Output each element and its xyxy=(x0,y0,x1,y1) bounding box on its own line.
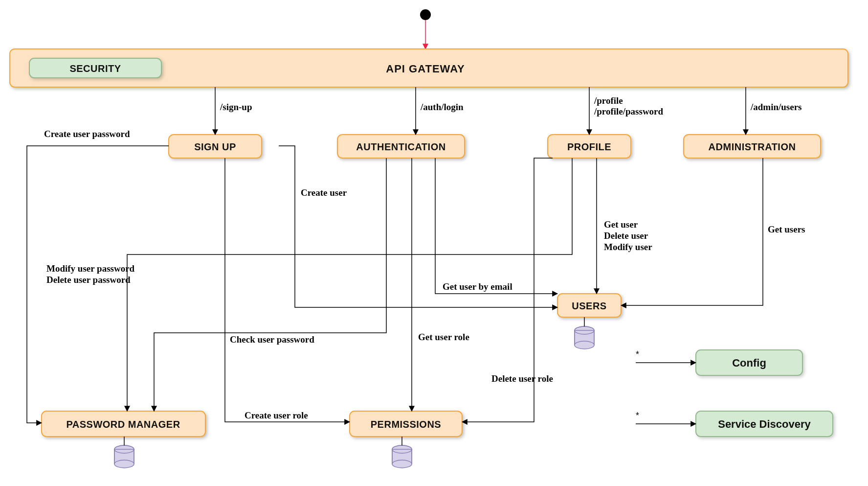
auth-get-user-by-email-arrow xyxy=(435,158,557,294)
signup-create-user-arrow xyxy=(279,146,557,307)
get-user-role-label: Get user role xyxy=(418,332,469,342)
auth-check-password-arrow xyxy=(154,158,386,411)
create-user-password-label: Create user password xyxy=(44,129,130,139)
to-service-discovery-star: * xyxy=(636,411,639,420)
gateway-to-admin-label: /admin/users xyxy=(750,102,802,112)
architecture-diagram: API GATEWAY SECURITY SIGN UP AUTHENTICAT… xyxy=(0,0,868,486)
svg-point-21 xyxy=(114,460,134,468)
start-node-icon xyxy=(420,9,431,20)
api-gateway-node: API GATEWAY SECURITY xyxy=(10,49,848,87)
sign-up-node: SIGN UP xyxy=(169,135,262,158)
users-label: USERS xyxy=(572,301,606,311)
svg-point-15 xyxy=(575,341,594,349)
gateway-to-profile-label1: /profile xyxy=(594,95,623,106)
gateway-to-profile-label2: /profile/password xyxy=(594,106,664,116)
users-db-icon xyxy=(575,326,594,349)
get-user-by-email-label: Get user by email xyxy=(443,281,512,292)
get-user-label: Get user xyxy=(604,219,638,230)
authentication-label: AUTHENTICATION xyxy=(356,141,445,152)
config-label: Config xyxy=(732,357,766,369)
password-manager-label: PASSWORD MANAGER xyxy=(66,419,180,430)
administration-node: ADMINISTRATION xyxy=(684,135,821,158)
administration-label: ADMINISTRATION xyxy=(709,141,796,152)
delete-user-role-label: Delete user role xyxy=(491,373,553,384)
sign-up-label: SIGN UP xyxy=(194,141,236,152)
gateway-to-auth-label: /auth/login xyxy=(420,102,464,112)
profile-node: PROFILE xyxy=(548,135,631,158)
security-label: SECURITY xyxy=(69,63,121,74)
permissions-node: PERMISSIONS xyxy=(350,411,462,437)
profile-label: PROFILE xyxy=(567,141,611,152)
permissions-label: PERMISSIONS xyxy=(371,419,441,430)
authentication-node: AUTHENTICATION xyxy=(337,135,465,158)
create-user-label: Create user xyxy=(301,187,347,198)
check-user-password-label: Check user password xyxy=(230,334,314,345)
service-discovery-node: Service Discovery xyxy=(696,411,833,437)
service-discovery-label: Service Discovery xyxy=(718,418,811,430)
users-node: USERS xyxy=(557,294,621,317)
password-db-icon xyxy=(114,445,134,468)
api-gateway-label: API GATEWAY xyxy=(386,63,465,75)
config-node: Config xyxy=(696,350,802,375)
delete-user-password-label: Delete user password xyxy=(46,275,131,285)
permissions-db-icon xyxy=(392,445,412,468)
svg-point-27 xyxy=(392,460,412,468)
gateway-to-signup-label: /sign-up xyxy=(220,102,252,112)
create-user-role-label: Create user role xyxy=(245,410,308,420)
modify-user-password-label: Modify user password xyxy=(46,263,135,274)
password-manager-node: PASSWORD MANAGER xyxy=(42,411,205,437)
get-users-label: Get users xyxy=(768,224,805,234)
to-config-star: * xyxy=(636,349,639,359)
security-node: SECURITY xyxy=(29,58,161,78)
modify-user-label: Modify user xyxy=(604,242,652,252)
delete-user-label: Delete user xyxy=(604,231,648,241)
